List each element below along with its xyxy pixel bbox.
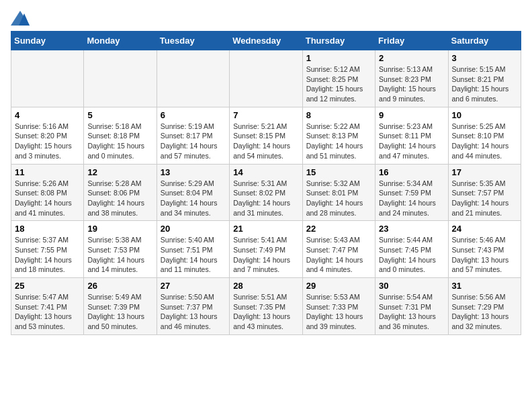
day-info: Sunrise: 5:32 AMSunset: 8:01 PMDaylight:… <box>306 179 371 218</box>
calendar-cell: 4Sunrise: 5:16 AMSunset: 8:20 PMDaylight… <box>11 107 84 164</box>
calendar-header-tuesday: Tuesday <box>157 32 229 50</box>
calendar-cell: 20Sunrise: 5:40 AMSunset: 7:51 PMDayligh… <box>157 221 229 278</box>
logo <box>11 11 32 26</box>
day-number: 18 <box>15 224 80 234</box>
calendar-cell: 14Sunrise: 5:31 AMSunset: 8:02 PMDayligh… <box>230 164 302 221</box>
calendar-cell: 10Sunrise: 5:25 AMSunset: 8:10 PMDayligh… <box>448 107 521 164</box>
calendar-cell: 8Sunrise: 5:22 AMSunset: 8:13 PMDaylight… <box>302 107 375 164</box>
calendar-cell: 19Sunrise: 5:38 AMSunset: 7:53 PMDayligh… <box>84 221 157 278</box>
day-number: 24 <box>452 224 517 234</box>
day-info: Sunrise: 5:18 AMSunset: 8:18 PMDaylight:… <box>87 122 152 161</box>
calendar-cell: 16Sunrise: 5:34 AMSunset: 7:59 PMDayligh… <box>375 164 448 221</box>
calendar-cell: 28Sunrise: 5:51 AMSunset: 7:35 PMDayligh… <box>230 278 302 335</box>
calendar-table: SundayMondayTuesdayWednesdayThursdayFrid… <box>11 31 521 335</box>
day-info: Sunrise: 5:34 AMSunset: 7:59 PMDaylight:… <box>379 179 444 218</box>
logo-icon <box>11 11 30 26</box>
day-info: Sunrise: 5:41 AMSunset: 7:49 PMDaylight:… <box>233 235 298 275</box>
header <box>11 11 521 26</box>
calendar-cell: 27Sunrise: 5:50 AMSunset: 7:37 PMDayligh… <box>157 278 229 335</box>
calendar-header-row: SundayMondayTuesdayWednesdayThursdayFrid… <box>11 32 521 50</box>
calendar-cell: 6Sunrise: 5:19 AMSunset: 8:17 PMDaylight… <box>157 107 229 164</box>
day-number: 22 <box>306 224 371 234</box>
day-number: 8 <box>306 110 371 120</box>
day-info: Sunrise: 5:38 AMSunset: 7:53 PMDaylight:… <box>87 235 152 275</box>
day-info: Sunrise: 5:40 AMSunset: 7:51 PMDaylight:… <box>161 235 226 275</box>
calendar-cell: 1Sunrise: 5:12 AMSunset: 8:25 PMDaylight… <box>302 50 375 107</box>
day-number: 23 <box>379 224 444 234</box>
calendar-header-thursday: Thursday <box>302 32 375 50</box>
day-info: Sunrise: 5:19 AMSunset: 8:17 PMDaylight:… <box>161 122 226 161</box>
day-number: 3 <box>452 53 517 63</box>
day-info: Sunrise: 5:49 AMSunset: 7:39 PMDaylight:… <box>87 292 152 332</box>
calendar-header-wednesday: Wednesday <box>230 32 302 50</box>
calendar-cell: 18Sunrise: 5:37 AMSunset: 7:55 PMDayligh… <box>11 221 84 278</box>
calendar-header-monday: Monday <box>84 32 157 50</box>
day-number: 11 <box>15 167 80 177</box>
calendar-cell: 3Sunrise: 5:15 AMSunset: 8:21 PMDaylight… <box>448 50 521 107</box>
calendar-week-row: 18Sunrise: 5:37 AMSunset: 7:55 PMDayligh… <box>11 221 521 278</box>
day-number: 1 <box>306 53 371 63</box>
day-number: 17 <box>452 167 517 177</box>
day-info: Sunrise: 5:43 AMSunset: 7:47 PMDaylight:… <box>306 235 371 275</box>
day-info: Sunrise: 5:25 AMSunset: 8:10 PMDaylight:… <box>452 122 517 161</box>
day-number: 20 <box>161 224 226 234</box>
calendar-cell: 26Sunrise: 5:49 AMSunset: 7:39 PMDayligh… <box>84 278 157 335</box>
day-number: 16 <box>379 167 444 177</box>
day-number: 29 <box>306 281 371 291</box>
calendar-cell <box>230 50 302 107</box>
calendar-week-row: 25Sunrise: 5:47 AMSunset: 7:41 PMDayligh… <box>11 278 521 335</box>
calendar-cell: 15Sunrise: 5:32 AMSunset: 8:01 PMDayligh… <box>302 164 375 221</box>
day-number: 5 <box>87 110 152 120</box>
day-info: Sunrise: 5:44 AMSunset: 7:45 PMDaylight:… <box>379 235 444 275</box>
day-info: Sunrise: 5:31 AMSunset: 8:02 PMDaylight:… <box>233 179 298 218</box>
day-number: 19 <box>87 224 152 234</box>
day-number: 21 <box>233 224 298 234</box>
day-number: 2 <box>379 53 444 63</box>
calendar-cell: 11Sunrise: 5:26 AMSunset: 8:08 PMDayligh… <box>11 164 84 221</box>
calendar-cell: 24Sunrise: 5:46 AMSunset: 7:43 PMDayligh… <box>448 221 521 278</box>
day-info: Sunrise: 5:51 AMSunset: 7:35 PMDaylight:… <box>233 292 298 332</box>
day-number: 7 <box>233 110 298 120</box>
day-number: 6 <box>161 110 226 120</box>
calendar-cell <box>157 50 229 107</box>
calendar-week-row: 1Sunrise: 5:12 AMSunset: 8:25 PMDaylight… <box>11 50 521 107</box>
day-info: Sunrise: 5:23 AMSunset: 8:11 PMDaylight:… <box>379 122 444 161</box>
calendar-week-row: 4Sunrise: 5:16 AMSunset: 8:20 PMDaylight… <box>11 107 521 164</box>
calendar-cell: 9Sunrise: 5:23 AMSunset: 8:11 PMDaylight… <box>375 107 448 164</box>
day-info: Sunrise: 5:53 AMSunset: 7:33 PMDaylight:… <box>306 292 371 332</box>
day-info: Sunrise: 5:47 AMSunset: 7:41 PMDaylight:… <box>15 292 80 332</box>
day-info: Sunrise: 5:16 AMSunset: 8:20 PMDaylight:… <box>15 122 80 161</box>
calendar-cell: 23Sunrise: 5:44 AMSunset: 7:45 PMDayligh… <box>375 221 448 278</box>
day-info: Sunrise: 5:28 AMSunset: 8:06 PMDaylight:… <box>87 179 152 218</box>
day-info: Sunrise: 5:46 AMSunset: 7:43 PMDaylight:… <box>452 235 517 275</box>
day-info: Sunrise: 5:21 AMSunset: 8:15 PMDaylight:… <box>233 122 298 161</box>
day-number: 4 <box>15 110 80 120</box>
day-number: 13 <box>161 167 226 177</box>
calendar-cell: 31Sunrise: 5:56 AMSunset: 7:29 PMDayligh… <box>448 278 521 335</box>
calendar-cell <box>84 50 157 107</box>
day-number: 10 <box>452 110 517 120</box>
day-number: 9 <box>379 110 444 120</box>
day-number: 15 <box>306 167 371 177</box>
day-info: Sunrise: 5:54 AMSunset: 7:31 PMDaylight:… <box>379 292 444 332</box>
day-number: 25 <box>15 281 80 291</box>
day-info: Sunrise: 5:26 AMSunset: 8:08 PMDaylight:… <box>15 179 80 218</box>
day-number: 14 <box>233 167 298 177</box>
day-info: Sunrise: 5:15 AMSunset: 8:21 PMDaylight:… <box>452 64 517 104</box>
day-info: Sunrise: 5:22 AMSunset: 8:13 PMDaylight:… <box>306 122 371 161</box>
calendar-cell: 12Sunrise: 5:28 AMSunset: 8:06 PMDayligh… <box>84 164 157 221</box>
calendar-cell: 29Sunrise: 5:53 AMSunset: 7:33 PMDayligh… <box>302 278 375 335</box>
day-number: 28 <box>233 281 298 291</box>
calendar-cell: 21Sunrise: 5:41 AMSunset: 7:49 PMDayligh… <box>230 221 302 278</box>
calendar-header-sunday: Sunday <box>11 32 84 50</box>
day-info: Sunrise: 5:12 AMSunset: 8:25 PMDaylight:… <box>306 64 371 104</box>
calendar-cell: 25Sunrise: 5:47 AMSunset: 7:41 PMDayligh… <box>11 278 84 335</box>
calendar-cell: 5Sunrise: 5:18 AMSunset: 8:18 PMDaylight… <box>84 107 157 164</box>
day-number: 26 <box>87 281 152 291</box>
day-info: Sunrise: 5:35 AMSunset: 7:57 PMDaylight:… <box>452 179 517 218</box>
calendar-week-row: 11Sunrise: 5:26 AMSunset: 8:08 PMDayligh… <box>11 164 521 221</box>
calendar-cell <box>11 50 84 107</box>
day-info: Sunrise: 5:37 AMSunset: 7:55 PMDaylight:… <box>15 235 80 275</box>
calendar-header-saturday: Saturday <box>448 32 521 50</box>
calendar-header-friday: Friday <box>375 32 448 50</box>
